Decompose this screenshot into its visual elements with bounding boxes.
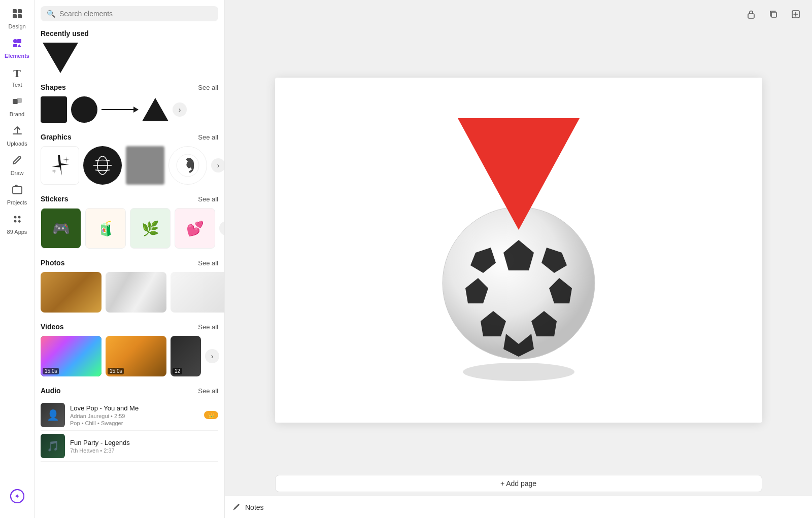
left-navigation: Design Elements T Text Brand (0, 0, 35, 518)
canvas-red-triangle[interactable] (458, 118, 580, 230)
audio-item-2[interactable]: 🎵 Fun Party - Legends 7th Heaven • 2:37 (41, 431, 218, 462)
shapes-header: Shapes See all (41, 83, 218, 91)
sticker-cafe[interactable]: 🧃 (85, 208, 126, 249)
graphic-globe[interactable] (83, 146, 122, 185)
videos-header: Videos See all (41, 323, 218, 331)
videos-title: Videos (41, 323, 64, 331)
videos-section: Videos See all 15.0s 15.0s 12 › (35, 319, 224, 383)
shapes-see-all[interactable]: See all (198, 84, 218, 91)
photo-cork[interactable] (41, 272, 101, 313)
svg-point-12 (18, 216, 20, 219)
nav-label-elements: Elements (5, 53, 29, 59)
notes-label[interactable]: Notes (245, 503, 264, 511)
nav-item-draw[interactable]: Draw (2, 151, 32, 180)
audio-item-1[interactable]: 👤 Love Pop - You and Me Adrian Jauregui … (41, 400, 218, 431)
video-person[interactable]: 15.0s (106, 336, 166, 376)
audio-subtitle-2: 7th Heaven • 2:37 (70, 447, 218, 454)
sticker-hearts[interactable]: 💕 (175, 208, 215, 249)
sticker-nature[interactable]: 🌿 (130, 208, 171, 249)
videos-see-all[interactable]: See all (198, 323, 218, 331)
uploads-icon (12, 125, 23, 139)
photo-marble[interactable] (106, 272, 166, 313)
nav-item-text[interactable]: T Text (2, 63, 32, 92)
graphics-title: Graphics (41, 133, 72, 141)
graphic-phone[interactable] (168, 146, 207, 185)
graphic-blur-square[interactable] (126, 146, 164, 185)
stickers-scroll-right[interactable]: › (219, 221, 225, 235)
svg-point-4 (13, 39, 17, 43)
videos-row: 15.0s 15.0s 12 › (41, 336, 218, 376)
nav-item-projects[interactable]: Projects (2, 180, 32, 210)
crown-badge-1: 👑 (204, 411, 218, 419)
shapes-scroll-right[interactable]: › (173, 102, 187, 117)
nav-label-draw: Draw (11, 170, 24, 176)
nav-label-brand: Brand (10, 111, 24, 117)
globe-svg (90, 153, 115, 178)
audio-see-all[interactable]: See all (198, 387, 218, 395)
apps-icon (12, 214, 23, 227)
stickers-title: Stickers (41, 195, 68, 203)
recently-used-title: Recently used (41, 29, 218, 38)
graphics-section: Graphics See all (35, 129, 224, 191)
nav-item-elements[interactable]: Elements (2, 33, 32, 63)
graphics-scroll-right[interactable]: › (211, 158, 225, 172)
audio-thumb-2: 🎵 (41, 434, 65, 458)
video-colorful[interactable]: 15.0s (41, 336, 101, 376)
photo-white-texture[interactable] (171, 272, 225, 313)
audio-info-1: Love Pop - You and Me Adrian Jauregui • … (70, 404, 199, 426)
search-input-wrapper[interactable]: 🔍 (41, 6, 218, 21)
audio-section: Audio See all 👤 Love Pop - You and Me Ad… (35, 383, 224, 468)
svg-text:✦: ✦ (14, 492, 20, 500)
stickers-header: Stickers See all (41, 195, 218, 203)
recently-used-section: Recently used (35, 25, 224, 79)
shape-circle[interactable] (71, 96, 97, 123)
shape-triangle[interactable] (142, 98, 168, 121)
nav-label-text: Text (12, 82, 22, 88)
recently-used-triangle[interactable] (43, 43, 78, 73)
nav-item-brand[interactable]: Brand (2, 92, 32, 121)
sparkle-svg (48, 153, 72, 178)
svg-rect-6 (13, 44, 17, 47)
add-page-button[interactable]: + Add page (275, 475, 762, 492)
svg-rect-25 (771, 12, 776, 17)
photos-header: Photos See all (41, 259, 218, 267)
text-icon: T (13, 67, 21, 80)
search-bar: 🔍 (35, 0, 224, 25)
canvas-area[interactable] (225, 28, 812, 471)
audio-title-2: Fun Party - Legends (70, 439, 218, 446)
stickers-see-all[interactable]: See all (198, 195, 218, 203)
graphics-see-all[interactable]: See all (198, 133, 218, 141)
nav-label-apps: 89 Apps (7, 229, 27, 235)
search-icon: 🔍 (47, 10, 55, 18)
svg-rect-3 (18, 14, 22, 18)
arrow-line (101, 109, 138, 110)
add-page-icon-btn[interactable] (788, 6, 804, 22)
nav-label-projects: Projects (7, 199, 27, 205)
nav-label-uploads: Uploads (7, 141, 27, 147)
svg-point-11 (14, 216, 16, 219)
sticker-minecraft[interactable]: 🎮 (41, 208, 81, 249)
duplicate-icon-btn[interactable] (765, 6, 782, 22)
nav-item-apps[interactable]: 89 Apps (2, 210, 32, 239)
notes-icon (233, 502, 241, 512)
video-duration-3: 12 (173, 368, 182, 374)
shape-square[interactable] (41, 96, 67, 123)
audio-tags-1: Pop • Chill • Swagger (70, 420, 199, 426)
videos-scroll-right[interactable]: › (205, 349, 219, 363)
lock-icon-btn[interactable] (743, 6, 759, 22)
shape-line[interactable] (101, 96, 138, 123)
shapes-row: › (41, 96, 218, 123)
ai-magic-icon: ✦ (10, 489, 24, 506)
nav-item-uploads[interactable]: Uploads (2, 121, 32, 151)
photos-see-all[interactable]: See all (198, 259, 218, 267)
add-page-bar: + Add page (225, 471, 812, 496)
nav-item-ai-magic[interactable]: ✦ (2, 485, 32, 510)
canvas-page (275, 78, 762, 423)
video-dark[interactable]: 12 (171, 336, 201, 376)
graphic-sparkle[interactable] (41, 146, 79, 185)
elements-panel: 🔍 Recently used Shapes See all › Graphic… (35, 0, 225, 518)
notes-pencil-icon (233, 502, 241, 510)
search-input[interactable] (59, 10, 212, 18)
nav-item-design[interactable]: Design (2, 4, 32, 33)
lock-icon (747, 10, 756, 19)
